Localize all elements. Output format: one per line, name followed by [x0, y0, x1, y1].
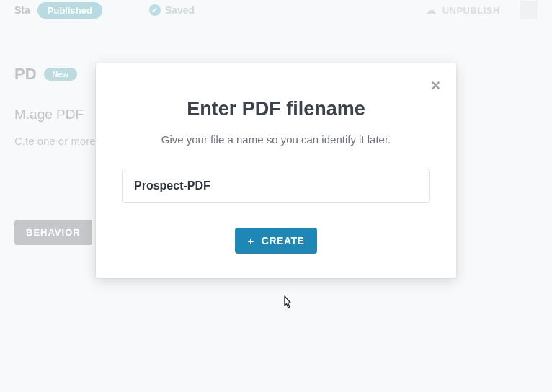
filename-input[interactable] [122, 169, 430, 203]
modal-title: Enter PDF filename [122, 98, 430, 120]
modal-subtitle: Give your file a name so you can identif… [122, 133, 430, 146]
plus-icon: + [248, 236, 254, 246]
create-button-label: CREATE [262, 235, 305, 246]
close-icon[interactable]: × [431, 78, 440, 94]
pdf-filename-modal: × Enter PDF filename Give your file a na… [96, 63, 456, 278]
modal-overlay: × Enter PDF filename Give your file a na… [0, 0, 552, 392]
create-button[interactable]: + CREATE [235, 228, 318, 254]
